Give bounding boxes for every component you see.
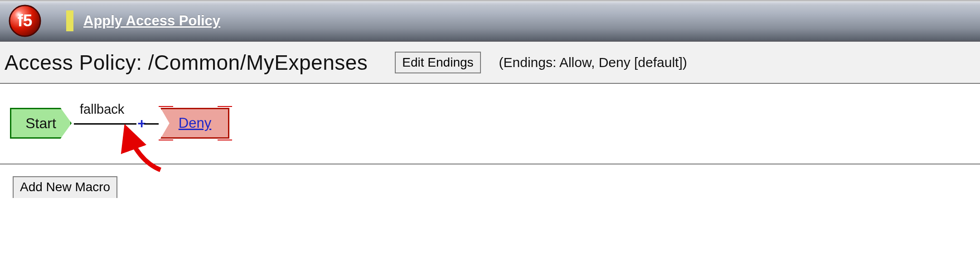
endings-summary-text: (Endings: Allow, Deny [default]) (499, 55, 687, 70)
diagram-row: Start fallback + Deny (10, 107, 980, 139)
deny-node-link[interactable]: Deny (179, 115, 211, 131)
branch-line-continuation (144, 123, 159, 125)
f5-logo-icon: f5 (8, 4, 42, 38)
warning-bar-icon (66, 10, 73, 31)
svg-text:f5: f5 (18, 11, 33, 30)
add-new-macro-button[interactable]: Add New Macro (13, 176, 117, 198)
page-title-prefix: Access Policy: (5, 51, 148, 74)
marker-icon (218, 140, 232, 140)
edit-endings-button[interactable]: Edit Endings (395, 52, 480, 73)
macro-section: Add New Macro (0, 164, 980, 198)
start-node-label: Start (25, 115, 56, 132)
policy-diagram: Start fallback + Deny (0, 84, 980, 164)
marker-icon (159, 140, 173, 140)
branch-label[interactable]: fallback (80, 102, 124, 117)
start-node[interactable]: Start (10, 108, 72, 139)
deny-node[interactable]: Deny (160, 108, 229, 139)
top-header: f5 Apply Access Policy (0, 0, 980, 42)
marker-icon (218, 106, 232, 107)
policy-path: /Common/MyExpenses (148, 51, 368, 74)
apply-access-policy-link[interactable]: Apply Access Policy (83, 13, 220, 29)
page-title: Access Policy: /Common/MyExpenses (5, 50, 368, 75)
title-bar: Access Policy: /Common/MyExpenses Edit E… (0, 42, 980, 84)
branch-segment: fallback + (72, 107, 144, 139)
deny-node-wrap: Deny (160, 108, 229, 139)
marker-icon (159, 106, 173, 107)
